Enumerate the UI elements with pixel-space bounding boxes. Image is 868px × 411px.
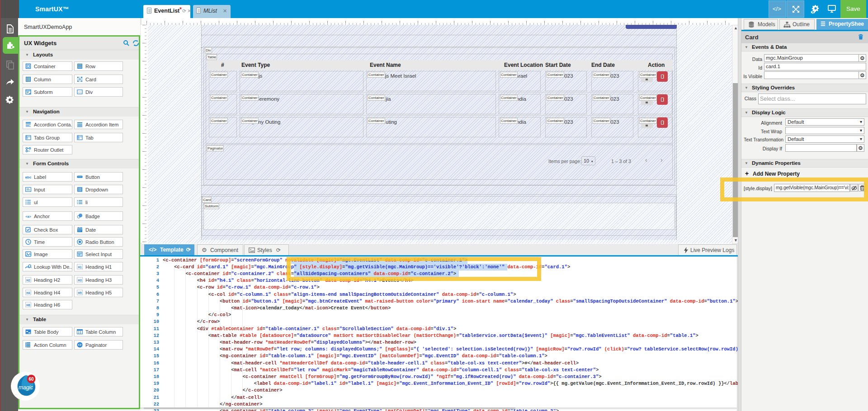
svg-text:magic: magic: [19, 384, 33, 391]
svg-text:60: 60: [28, 377, 34, 382]
